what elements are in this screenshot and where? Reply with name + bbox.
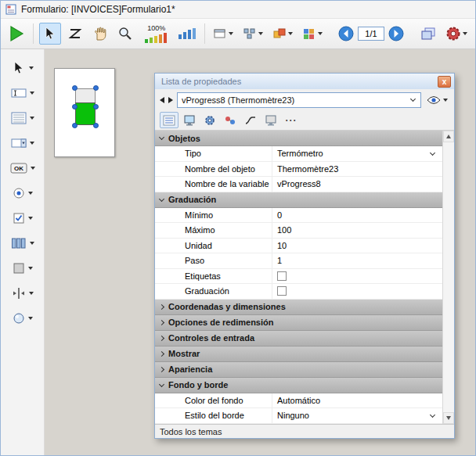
chevron-down-icon[interactable] bbox=[29, 66, 34, 70]
scrollbar-track[interactable] bbox=[443, 142, 454, 412]
properties-titlebar[interactable]: Lista de propiedades x bbox=[155, 74, 454, 89]
section-header[interactable]: Objetos bbox=[155, 131, 442, 146]
chevron-down-icon[interactable] bbox=[28, 317, 33, 320]
property-value[interactable] bbox=[272, 269, 442, 284]
property-value[interactable]: Ninguno bbox=[272, 408, 442, 423]
property-value[interactable]: Thermomètre23 bbox=[272, 162, 442, 177]
close-button[interactable]: x bbox=[438, 76, 451, 88]
chevron-down-icon[interactable] bbox=[28, 217, 33, 220]
window-titlebar[interactable]: Formulario: [INVOICES]Formulario1* bbox=[1, 1, 475, 18]
form-page[interactable] bbox=[54, 68, 115, 157]
next-page-button[interactable] bbox=[388, 23, 405, 45]
level-menu-button[interactable] bbox=[269, 23, 296, 45]
section-header[interactable]: Fondo y borde bbox=[155, 378, 442, 393]
themes-filter-label[interactable]: Todos los temas bbox=[160, 427, 222, 436]
checkbox-unchecked[interactable] bbox=[277, 271, 287, 281]
section-header[interactable]: Graduación bbox=[155, 192, 442, 208]
align-menu-button[interactable] bbox=[210, 23, 236, 45]
visibility-menu-button[interactable] bbox=[425, 95, 449, 105]
tab-curve-tab[interactable] bbox=[241, 112, 260, 128]
selection-handle[interactable] bbox=[72, 123, 78, 128]
windows-cascade-button[interactable] bbox=[417, 23, 439, 45]
selection-handle[interactable] bbox=[72, 85, 78, 91]
sidebar-oval-tool[interactable] bbox=[5, 309, 41, 328]
property-value[interactable]: 1 bbox=[272, 253, 442, 268]
style-menu-button[interactable] bbox=[299, 23, 326, 45]
pan-tool-button[interactable] bbox=[89, 23, 111, 45]
object-selector-combo[interactable]: vProgress8 (Thermomètre23) bbox=[177, 92, 421, 108]
selection-handle[interactable] bbox=[93, 104, 99, 110]
property-value[interactable] bbox=[272, 284, 442, 299]
options-menu-button[interactable] bbox=[442, 23, 471, 45]
chevron-down-icon[interactable] bbox=[407, 94, 419, 106]
property-value[interactable]: 0 bbox=[272, 208, 442, 223]
previous-page-button[interactable] bbox=[337, 23, 355, 45]
property-label: Nombre del objeto bbox=[155, 162, 272, 177]
previous-object-icon[interactable] bbox=[160, 97, 164, 103]
section-header[interactable]: Controles de entrada bbox=[155, 331, 442, 346]
zoom-level-control[interactable]: 100% bbox=[139, 21, 174, 46]
chevron-down-icon[interactable] bbox=[30, 92, 34, 95]
thermometer-empty-part bbox=[75, 88, 96, 102]
chevron-down-icon[interactable] bbox=[30, 242, 34, 245]
selection-handle[interactable] bbox=[93, 85, 99, 91]
distribute-menu-button[interactable] bbox=[240, 23, 266, 45]
scrollbar[interactable] bbox=[442, 131, 454, 424]
sidebar-text-field-tool[interactable] bbox=[5, 84, 41, 102]
thermometer-object[interactable] bbox=[75, 88, 96, 125]
display-scale-button[interactable] bbox=[177, 23, 199, 45]
chevron-down-icon[interactable] bbox=[29, 292, 34, 295]
tab-events-tab[interactable] bbox=[221, 112, 240, 128]
sidebar-checkbox-tool[interactable] bbox=[5, 209, 41, 228]
tab-more-tab[interactable]: ··· bbox=[282, 112, 301, 128]
chevron-down-icon[interactable] bbox=[28, 192, 33, 195]
chevron-down-icon[interactable] bbox=[31, 167, 35, 170]
chevron-down-icon[interactable] bbox=[28, 267, 33, 270]
property-value[interactable]: 100 bbox=[272, 223, 442, 238]
sidebar-pointer-tool[interactable] bbox=[5, 59, 41, 77]
property-row: Máximo100 bbox=[155, 223, 442, 239]
property-value-text: Ninguno bbox=[277, 411, 309, 420]
sidebar-button-tool[interactable]: OK bbox=[5, 159, 41, 178]
chevron-down-icon[interactable] bbox=[30, 117, 34, 120]
sidebar-splitter-tool[interactable] bbox=[5, 284, 41, 303]
section-header[interactable]: Mostrar bbox=[155, 346, 442, 362]
section-header[interactable]: Apariencia bbox=[155, 362, 442, 378]
tab-monitor-tab[interactable] bbox=[180, 112, 199, 128]
tab-gear-tab[interactable] bbox=[200, 112, 219, 128]
list-tab-icon bbox=[163, 115, 175, 126]
property-value[interactable]: 10 bbox=[272, 239, 442, 253]
canvas[interactable]: Lista de propiedades x vProgress8 (Therm… bbox=[45, 49, 475, 455]
scroll-down-button[interactable] bbox=[443, 412, 454, 424]
sidebar-combo-box-tool[interactable] bbox=[5, 134, 41, 153]
property-value[interactable]: vProgress8 bbox=[272, 177, 442, 192]
zoom-tool-button[interactable] bbox=[114, 23, 136, 45]
sidebar-radio-button-tool[interactable] bbox=[5, 184, 41, 203]
section-header[interactable]: Opciones de redimensión bbox=[155, 315, 442, 331]
chevron-down-icon[interactable] bbox=[30, 142, 34, 145]
property-row: Graduación bbox=[155, 284, 442, 300]
selection-handle[interactable] bbox=[72, 104, 78, 110]
selection-handle[interactable] bbox=[93, 123, 99, 128]
hand-icon bbox=[92, 26, 108, 41]
chevron-down-icon[interactable] bbox=[430, 412, 435, 418]
property-value[interactable]: Termómetro bbox=[272, 146, 442, 161]
eye-icon bbox=[427, 95, 441, 105]
pointer-tool-button[interactable] bbox=[39, 23, 61, 45]
chevron-right-icon bbox=[159, 350, 164, 356]
checkbox-unchecked[interactable] bbox=[277, 286, 287, 296]
sidebar-listbox-tool[interactable] bbox=[5, 109, 41, 127]
chevron-down-icon bbox=[159, 135, 164, 140]
chevron-down-icon[interactable] bbox=[430, 150, 435, 156]
entry-order-tool-button[interactable] bbox=[64, 23, 86, 45]
tab-screen-tab[interactable] bbox=[261, 112, 280, 128]
next-object-icon[interactable] bbox=[168, 97, 173, 103]
tab-list-tab[interactable] bbox=[160, 112, 178, 128]
property-value[interactable]: Automático bbox=[272, 393, 442, 408]
scroll-up-button[interactable] bbox=[443, 131, 454, 142]
page-indicator[interactable]: 1/1 bbox=[358, 27, 384, 41]
sidebar-rectangle-tool[interactable] bbox=[5, 259, 41, 278]
run-form-button[interactable] bbox=[5, 23, 27, 45]
section-header[interactable]: Coordenadas y dimensiones bbox=[155, 300, 442, 315]
sidebar-button-grid-tool[interactable] bbox=[5, 234, 41, 253]
